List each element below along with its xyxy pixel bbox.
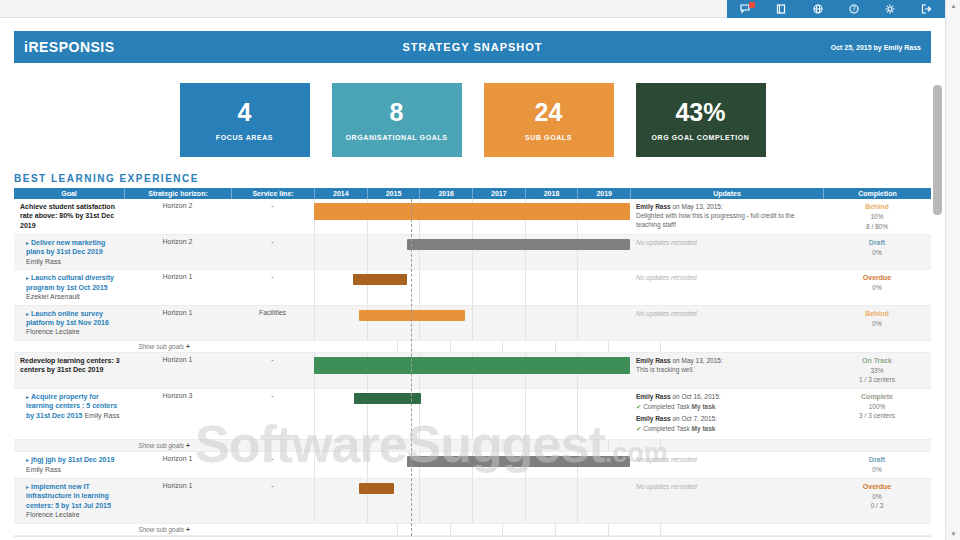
show-sub-goals-cell: Show sub goals+ <box>14 524 314 535</box>
service-cell <box>314 341 397 352</box>
alerts-icon[interactable] <box>734 2 756 16</box>
gantt-bar <box>314 203 630 220</box>
updates-cell: No updates recorded <box>630 270 823 304</box>
service-cell <box>314 524 397 535</box>
no-updates-text: No updates recorded <box>636 239 697 246</box>
completed-task-line: ✔ Completed Task My task <box>636 402 817 411</box>
plus-icon: + <box>186 442 190 449</box>
show-sub-goals-cell: Show sub goals+ <box>14 440 314 451</box>
goal-link[interactable]: Implement new IT infrastructure in learn… <box>26 483 111 509</box>
completion-cell: Behind0% <box>823 306 931 340</box>
timeline-cell <box>397 524 713 535</box>
update-date: on Oct 7, 2015: <box>671 415 717 422</box>
goal-cell: ▸Launch online survey platform by 1st No… <box>14 306 124 340</box>
table-row: ▸Implement new IT infrastructure in lear… <box>14 479 931 524</box>
horizon-cell: Horizon 1 <box>124 270 231 304</box>
updates-cell: Emily Rass on May 13, 2015:Delighted wit… <box>630 199 823 234</box>
show-sub-goals-label: Show sub goals <box>138 343 184 350</box>
goal-link[interactable]: jhgj jgh by 31st Dec 2019 <box>31 456 114 463</box>
scroll-up-icon[interactable]: ▲ <box>946 3 960 9</box>
goal-cell: ▸Deliver new marketing plans by 31st Dec… <box>14 235 124 269</box>
dashboard-page: iRESPONSIS STRATEGY SNAPSHOT Oct 25, 201… <box>14 31 931 540</box>
completion-cell: Behind10%8 / 80% <box>823 199 931 234</box>
service-cell: - <box>231 452 314 478</box>
timeline-cell <box>314 353 630 388</box>
update-entry: Emily Rass on May 13, 2015: <box>636 356 817 365</box>
year-label: 2019 <box>577 188 630 199</box>
update-author: Emily Rass <box>636 393 671 400</box>
no-updates-text: No updates recorded <box>636 456 697 463</box>
globe-icon[interactable] <box>807 2 829 16</box>
gantt-bar <box>407 239 630 250</box>
completion-cell: On Track33%1 / 3 centers <box>823 353 931 388</box>
subgoal-arrow-icon: ▸ <box>26 275 29 281</box>
year-label: 2017 <box>472 188 525 199</box>
goals-table: GoalStrategic horizon:Service line:20142… <box>14 188 931 537</box>
book-icon[interactable] <box>770 2 792 16</box>
no-updates-text: No updates recorded <box>636 310 697 317</box>
kpi-label: SUB GOALS <box>525 134 572 141</box>
show-sub-goals-link[interactable]: Show sub goals+ <box>138 343 190 350</box>
completion-status: Behind <box>825 202 929 212</box>
kpi-label: ORG GOAL COMPLETION <box>652 134 750 141</box>
completion-status: Draft <box>825 238 929 248</box>
timeline-year-headers: 201420152016201720182019 <box>314 188 630 199</box>
completion-value: 33% <box>825 366 929 375</box>
table-row: ▸Launch online survey platform by 1st No… <box>14 306 931 341</box>
goal-link[interactable]: Deliver new marketing plans by 31st Dec … <box>26 239 105 255</box>
updates-cell <box>713 341 906 352</box>
completion-value: 1 / 3 centers <box>825 375 929 384</box>
show-sub-goals-link[interactable]: Show sub goals+ <box>138 526 190 533</box>
update-date: on May 13, 2015: <box>671 203 723 210</box>
help-icon[interactable]: ? <box>843 2 865 16</box>
page-scrollbar[interactable]: ▲ ▼ <box>945 0 960 540</box>
completion-status: Overdue <box>825 273 929 283</box>
timeline-cell <box>397 440 713 451</box>
goal-link[interactable]: Launch online survey platform by 1st Nov… <box>26 310 109 326</box>
goal-cell: ▸Acquire property for learning centers :… <box>14 389 124 439</box>
goal-cell: ▸Launch cultural diversity program by 1s… <box>14 270 124 304</box>
subgoal-arrow-icon: ▸ <box>26 240 29 246</box>
service-cell: Facilities <box>231 306 314 340</box>
updates-cell: Emily Rass on May 13, 2015:This is track… <box>630 353 823 388</box>
service-cell: - <box>231 479 314 523</box>
kpi-value: 43% <box>675 99 725 127</box>
horizon-cell: Horizon 2 <box>124 199 231 234</box>
column-header-completion: Completion <box>823 188 931 199</box>
update-entry: Emily Rass on Oct 7, 2015: <box>636 414 817 423</box>
goal-cell: Redevelop learning centers: 3 centers by… <box>14 353 124 388</box>
task-name: My task <box>692 403 716 410</box>
scroll-down-icon[interactable]: ▼ <box>946 531 960 537</box>
completion-value: 0% <box>825 283 929 292</box>
completed-task-line: ✔ Completed Task My task <box>636 424 817 433</box>
completion-value: 3 / 3 centers <box>825 411 929 420</box>
completion-status: Complete <box>825 392 929 402</box>
timeline-cell <box>314 306 630 340</box>
show-sub-goals-label: Show sub goals <box>138 442 184 449</box>
app-header: iRESPONSIS STRATEGY SNAPSHOT Oct 25, 201… <box>14 31 931 63</box>
gantt-bar <box>314 357 630 374</box>
horizon-cell: Horizon 1 <box>124 479 231 523</box>
kpi-value: 4 <box>238 99 252 127</box>
goal-link[interactable]: Launch cultural diversity program by 1st… <box>26 274 114 290</box>
completion-value: 0 / 3 <box>825 501 929 510</box>
logout-icon[interactable] <box>916 2 938 16</box>
no-updates-text: No updates recorded <box>636 483 697 490</box>
settings-icon[interactable] <box>879 2 901 16</box>
updates-cell: No updates recorded <box>630 479 823 523</box>
scrollbar-thumb[interactable] <box>933 85 942 215</box>
alert-badge <box>749 2 755 8</box>
table-row: Redevelop learning centers: 3 centers by… <box>14 353 931 389</box>
kpi-value: 24 <box>535 99 563 127</box>
horizon-cell: Horizon 3 <box>124 389 231 439</box>
no-updates-text: No updates recorded <box>636 274 697 281</box>
kpi-card-sub-goals: 24 SUB GOALS <box>484 83 614 157</box>
kpi-value: 8 <box>390 99 404 127</box>
goal-cell: ▸jhgj jgh by 31st Dec 2019 Emily Rass <box>14 452 124 478</box>
report-date: Oct 25, 2015 by Emily Rass <box>831 44 921 51</box>
subgoal-arrow-icon: ▸ <box>26 394 29 400</box>
completion-cell: Draft0% <box>823 235 931 269</box>
show-sub-goals-link[interactable]: Show sub goals+ <box>138 442 190 449</box>
goal-owner: Emily Rass <box>26 466 61 473</box>
table-row: ▸jhgj jgh by 31st Dec 2019 Emily RassHor… <box>14 452 931 479</box>
